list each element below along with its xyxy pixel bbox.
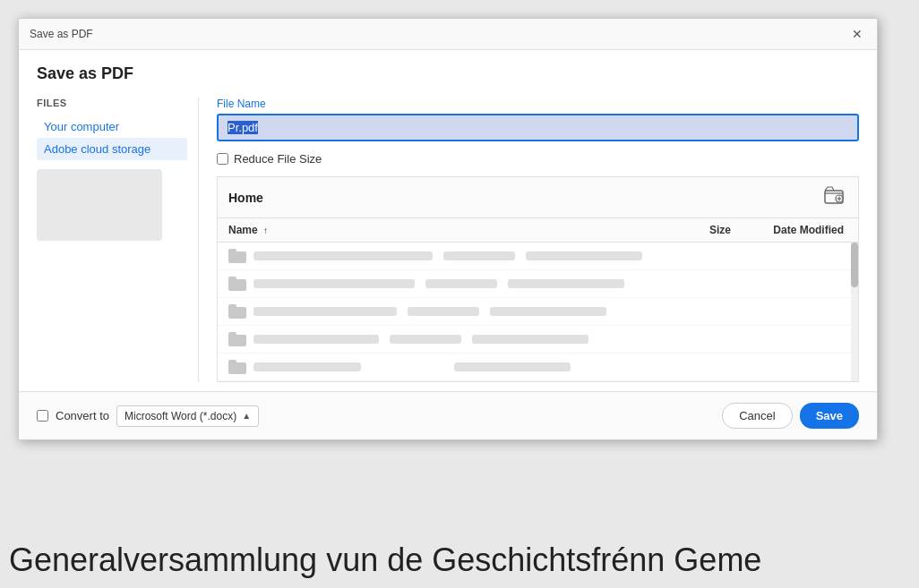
dialog-body: Save as PDF FILES Your computer Adobe cl… [19, 50, 877, 382]
folder-icon [228, 249, 246, 263]
new-folder-button[interactable] [820, 184, 847, 210]
folder-icon [228, 360, 246, 374]
dialog-title: Save as PDF [30, 28, 93, 40]
save-button[interactable]: Save [800, 403, 859, 429]
sidebar-placeholder [37, 169, 162, 241]
file-size-cell [443, 251, 515, 260]
reduce-file-size-checkbox[interactable] [217, 153, 228, 165]
sidebar-item-your-computer[interactable]: Your computer [37, 115, 187, 138]
file-date-cell [454, 362, 571, 371]
convert-format-value: Microsoft Word (*.docx) [125, 410, 236, 422]
folder-icon [228, 277, 246, 291]
file-browser: Home [217, 176, 859, 382]
reduce-file-size-row: Reduce File Size [217, 152, 859, 166]
file-date-cell [490, 307, 606, 316]
col-date-modified-header[interactable]: Date Modified [731, 224, 847, 236]
reduce-file-size-label: Reduce File Size [234, 152, 322, 166]
sidebar: FILES Your computer Adobe cloud storage [37, 98, 198, 382]
file-date-cell [526, 251, 642, 260]
file-size-cell [408, 307, 479, 316]
file-date-cell [508, 279, 624, 288]
dialog-heading: Save as PDF [37, 64, 859, 83]
sidebar-section-label: FILES [37, 98, 187, 108]
file-list[interactable] [218, 243, 858, 381]
browser-path: Home [228, 191, 263, 205]
footer-left: Convert to Microsoft Word (*.docx) ▲ [37, 405, 259, 427]
footer-right: Cancel Save [722, 403, 859, 429]
file-date-cell [472, 335, 588, 344]
col-size-header[interactable]: Size [659, 224, 731, 236]
file-name-cell [253, 279, 415, 288]
col-name-header[interactable]: Name ↑ [228, 224, 659, 236]
table-row[interactable] [218, 354, 858, 381]
dialog-content: FILES Your computer Adobe cloud storage … [37, 98, 859, 382]
main-area: File Name Reduce File Size Home [198, 98, 859, 382]
file-name-section: File Name [217, 98, 859, 141]
file-name-cell [253, 335, 379, 344]
convert-to-checkbox[interactable] [37, 410, 48, 422]
scrollbar-track[interactable] [851, 243, 858, 381]
column-headers: Name ↑ Size Date Modified [218, 218, 858, 243]
convert-to-label: Convert to [56, 409, 109, 422]
table-row[interactable] [218, 326, 858, 354]
table-row[interactable] [218, 270, 858, 298]
table-row[interactable] [218, 298, 858, 326]
file-size-cell [425, 279, 497, 288]
dialog-footer: Convert to Microsoft Word (*.docx) ▲ Can… [19, 391, 877, 439]
file-name-input[interactable] [217, 114, 859, 141]
save-as-pdf-dialog: Save as PDF ✕ Save as PDF FILES Your com… [18, 18, 878, 440]
file-name-cell [253, 251, 433, 260]
dialog-titlebar: Save as PDF ✕ [19, 19, 877, 50]
folder-icon [228, 304, 246, 319]
cancel-button[interactable]: Cancel [722, 403, 792, 429]
browser-header: Home [218, 177, 858, 218]
sidebar-item-adobe-cloud[interactable]: Adobe cloud storage [37, 138, 187, 160]
file-name-cell [253, 362, 361, 371]
chevron-up-icon: ▲ [242, 411, 251, 421]
background-text: Generalversammlung vun de Geschichtsfrén… [0, 541, 919, 579]
convert-format-select[interactable]: Microsoft Word (*.docx) ▲ [116, 405, 259, 427]
file-size-cell [390, 335, 461, 344]
close-button[interactable]: ✕ [848, 26, 866, 42]
file-name-cell [253, 307, 397, 316]
table-row[interactable] [218, 243, 858, 270]
folder-icon [228, 332, 246, 346]
file-name-label: File Name [217, 98, 859, 110]
scrollbar-thumb[interactable] [851, 243, 858, 287]
